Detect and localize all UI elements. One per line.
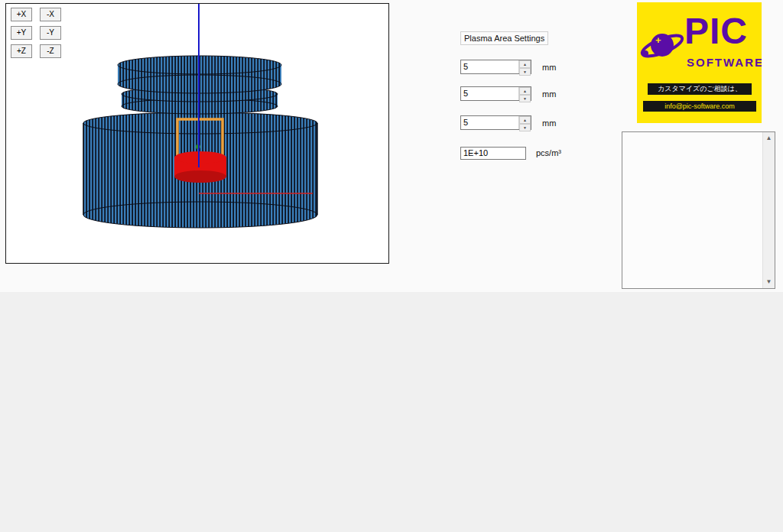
- axis-button-plus-y[interactable]: +Y: [11, 26, 32, 40]
- plasma-density-input[interactable]: 1E+10: [460, 147, 526, 160]
- plasma-y-size-value[interactable]: 5: [461, 87, 518, 100]
- listbox-vertical-scrollbar[interactable]: ▲ ▼: [762, 132, 775, 288]
- axis-button-minus-y[interactable]: -Y: [40, 26, 61, 40]
- plasma-density-unit-label: pcs/m³: [536, 148, 561, 157]
- stepper-up-icon[interactable]: ▲: [519, 116, 531, 124]
- svg-text:+: +: [655, 34, 661, 46]
- top-section: +X -X +Y -Y +Z -Z Plasma Area Settings 5…: [0, 0, 783, 292]
- axis-button-minus-z[interactable]: -Z: [40, 44, 61, 58]
- stepper-down-icon[interactable]: ▼: [519, 95, 531, 102]
- logo-contact-line2: info@pic-software.com: [643, 101, 756, 112]
- stepper-down-icon[interactable]: ▼: [519, 124, 531, 131]
- axis-button-plus-z[interactable]: +Z: [11, 44, 32, 58]
- atom-icon: +: [638, 21, 686, 68]
- axis-button-minus-x[interactable]: -X: [40, 8, 61, 21]
- plasma-x-unit-label: mm: [542, 63, 556, 72]
- scroll-up-icon[interactable]: ▲: [763, 132, 775, 144]
- logo-contact-line1: カスタマイズのご相談は、: [648, 83, 752, 95]
- bottom-panel: Calculate Visualization Plasma Analysis …: [0, 292, 783, 532]
- axis-button-plus-x[interactable]: +X: [11, 8, 32, 21]
- stepper-up-icon[interactable]: ▲: [519, 60, 531, 68]
- 3d-viewport[interactable]: +X -X +Y -Y +Z -Z: [5, 3, 389, 264]
- logo-title: PIC: [684, 10, 748, 52]
- electrode-model: [174, 151, 226, 183]
- app-window: +X -X +Y -Y +Z -Z Plasma Area Settings 5…: [0, 0, 783, 532]
- pic-software-logo: + PIC SOFTWARE カスタマイズのご相談は、 info@pic-sof…: [637, 2, 762, 123]
- stepper-up-icon[interactable]: ▲: [519, 87, 531, 95]
- plasma-x-size-value[interactable]: 5: [461, 60, 518, 73]
- stepper-down-icon[interactable]: ▼: [519, 68, 531, 76]
- 3d-model-canvas: [6, 4, 388, 263]
- plasma-z-unit-label: mm: [542, 118, 556, 128]
- message-listbox[interactable]: ▲ ▼: [622, 131, 775, 289]
- plasma-z-size-value[interactable]: 5: [461, 116, 518, 129]
- scroll-down-icon[interactable]: ▼: [763, 276, 775, 288]
- logo-subtitle: SOFTWARE: [687, 56, 762, 69]
- plasma-area-settings-label: Plasma Area Settings: [460, 31, 548, 45]
- plasma-z-size-stepper[interactable]: 5 ▲▼: [460, 115, 531, 130]
- plasma-y-size-stepper[interactable]: 5 ▲▼: [460, 86, 531, 101]
- plasma-x-size-stepper[interactable]: 5 ▲▼: [460, 60, 531, 74]
- plasma-y-unit-label: mm: [542, 89, 556, 99]
